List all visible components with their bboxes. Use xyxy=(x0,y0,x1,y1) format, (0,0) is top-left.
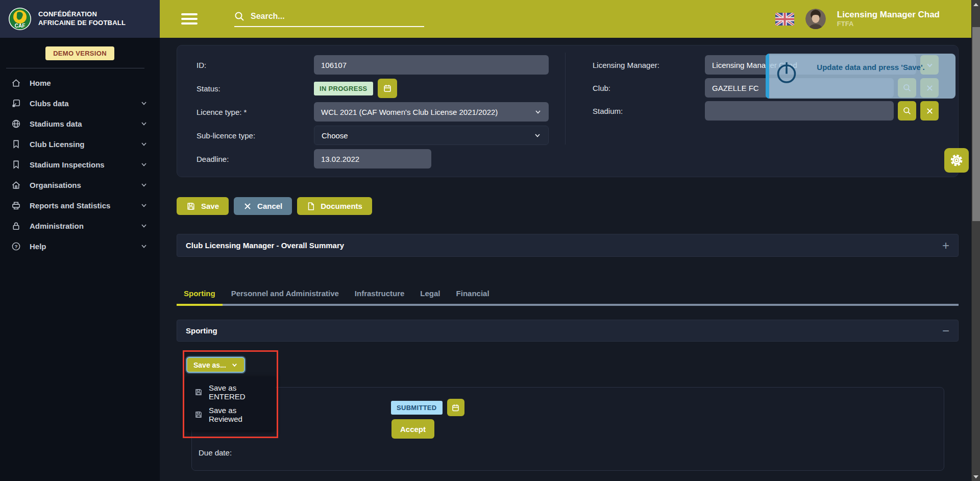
clubs-icon xyxy=(11,98,21,108)
sublicence-type-select[interactable]: Choose xyxy=(314,126,549,145)
documents-button[interactable]: Documents xyxy=(297,197,372,215)
form-actions: Save Cancel Documents xyxy=(177,197,372,215)
id-label: ID: xyxy=(197,61,314,69)
sidebar-divider xyxy=(6,68,144,68)
avatar[interactable] xyxy=(805,9,826,29)
licence-type-label: Licence type: * xyxy=(197,108,314,116)
uk-flag-icon[interactable] xyxy=(775,13,794,26)
bookmark-icon xyxy=(11,139,21,149)
stadium-label: Stadium: xyxy=(593,107,705,115)
org-name: CONFÉDÉRATION AFRICAINE DE FOOTBALL xyxy=(38,10,135,28)
chevron-down-icon[interactable] xyxy=(140,161,148,168)
sidebar-item-administration[interactable]: Administration xyxy=(0,215,160,236)
sidebar-item-label: Help xyxy=(30,242,140,251)
stadium-search-button[interactable] xyxy=(898,101,916,121)
sidebar-item-clubs-data[interactable]: Clubs data xyxy=(0,93,160,113)
licence-type-row: Licence type: * WCL 2021 (CAF Women's Cl… xyxy=(197,102,549,122)
building-icon xyxy=(11,180,21,190)
tab-legal[interactable]: Legal xyxy=(413,289,447,306)
user-org: FTFA xyxy=(837,20,940,28)
app-window: CAF CONFÉDÉRATION AFRICAINE DE FOOTBALL … xyxy=(0,0,980,481)
user-name: Licensing Manager Chad xyxy=(837,10,940,20)
stadium-row: Stadium: xyxy=(593,101,939,121)
sporting-panel-header[interactable]: Sporting − xyxy=(177,320,959,342)
save-button-label: Save xyxy=(201,202,219,210)
menu-item-label: Save as Reviewed xyxy=(209,406,267,423)
user-block[interactable]: Licensing Manager Chad FTFA xyxy=(837,10,940,28)
tab-financial[interactable]: Financial xyxy=(449,289,497,306)
vertical-scrollbar[interactable] xyxy=(971,0,980,481)
accept-button-label: Accept xyxy=(400,425,426,434)
cancel-button-label: Cancel xyxy=(257,202,282,210)
scroll-down-button[interactable] xyxy=(972,472,980,481)
tab-personnel-and-administrative[interactable]: Personnel and Administrative xyxy=(224,289,346,306)
tooltip-text: Update data and press 'Save'. xyxy=(799,63,942,71)
chevron-down-icon[interactable] xyxy=(140,202,148,209)
sidebar-item-organisations[interactable]: Organisations xyxy=(0,175,160,195)
search-box[interactable] xyxy=(234,11,424,27)
sidebar-item-club-licensing[interactable]: Club Licensing xyxy=(0,134,160,154)
id-input[interactable] xyxy=(314,55,549,75)
chevron-down-icon[interactable] xyxy=(140,140,148,148)
chevron-down-icon xyxy=(534,108,542,115)
sidebar-item-stadium-inspections[interactable]: Stadium Inspections xyxy=(0,154,160,175)
save-button[interactable]: Save xyxy=(177,197,229,215)
sidebar-item-stadiums-data[interactable]: Stadiums data xyxy=(0,113,160,134)
home-icon xyxy=(11,78,21,88)
info-icon xyxy=(776,61,797,85)
sidebar-header: CAF CONFÉDÉRATION AFRICAINE DE FOOTBALL xyxy=(0,0,160,38)
sidebar-item-help[interactable]: ?Help xyxy=(0,236,160,256)
sidebar-item-home[interactable]: Home xyxy=(0,73,160,93)
chevron-down-icon xyxy=(231,362,238,368)
save-as-button[interactable]: Save as... xyxy=(186,357,245,373)
collapse-icon[interactable]: − xyxy=(942,325,949,337)
licensing-manager-label: Licensing Manager: xyxy=(593,61,705,69)
topbar-user-area: Licensing Manager Chad FTFA xyxy=(775,9,940,29)
stadium-input[interactable] xyxy=(705,101,894,121)
lock-icon xyxy=(11,221,21,231)
chevron-down-icon[interactable] xyxy=(140,181,148,188)
expand-icon[interactable]: + xyxy=(942,239,949,252)
calendar-icon xyxy=(383,84,392,93)
status-row: Status: IN PROGRESS xyxy=(197,79,549,98)
submitted-badge: SUBMITTED xyxy=(391,401,443,415)
documents-button-label: Documents xyxy=(321,202,362,210)
licence-type-select[interactable]: WCL 2021 (CAF Women's Club License 2021/… xyxy=(314,102,549,122)
calendar-icon xyxy=(451,403,460,412)
sidebar-nav: HomeClubs dataStadiums dataClub Licensin… xyxy=(0,73,160,256)
status-history-button[interactable] xyxy=(378,79,397,98)
sidebar-item-reports-and-statistics[interactable]: Reports and Statistics xyxy=(0,195,160,215)
sidebar-item-label: Reports and Statistics xyxy=(30,201,140,210)
tab-infrastructure[interactable]: Infrastructure xyxy=(348,289,412,306)
stadium-clear-button[interactable] xyxy=(920,101,939,121)
id-row: ID: xyxy=(197,55,549,75)
demo-version-badge: DEMO VERSION xyxy=(45,46,114,60)
hamburger-menu-icon[interactable] xyxy=(181,11,198,27)
criterion-status-row: SUBMITTED xyxy=(391,399,464,416)
criterion-history-button[interactable] xyxy=(447,399,464,416)
sidebar: CAF CONFÉDÉRATION AFRICAINE DE FOOTBALL … xyxy=(0,0,160,481)
chevron-down-icon[interactable] xyxy=(140,243,148,250)
sublicence-type-label: Sub-licence type: xyxy=(197,131,314,140)
tab-sporting[interactable]: Sporting xyxy=(177,289,223,306)
close-icon xyxy=(926,107,934,115)
svg-text:CAF: CAF xyxy=(15,23,26,29)
licence-type-value: WCL 2021 (CAF Women's Club License 2021/… xyxy=(321,108,534,116)
sidebar-item-label: Club Licensing xyxy=(30,140,140,149)
form-left-column: ID: Status: IN PROGRESS Licence type: * … xyxy=(197,55,549,169)
settings-fab-button[interactable] xyxy=(944,148,969,173)
scrollbar-thumb[interactable] xyxy=(972,27,980,221)
overall-summary-panel[interactable]: Club Licensing Manager - Overall Summary… xyxy=(177,234,959,257)
search-input[interactable] xyxy=(251,12,424,21)
accept-button[interactable]: Accept xyxy=(391,419,434,439)
scroll-up-button[interactable] xyxy=(972,0,980,9)
deadline-row: Deadline: xyxy=(197,149,549,169)
sidebar-item-label: Administration xyxy=(30,222,140,230)
chevron-down-icon[interactable] xyxy=(140,100,148,107)
chevron-down-icon[interactable] xyxy=(140,222,148,229)
menu-item-save-as-entered[interactable]: Save as ENTERED xyxy=(186,383,276,401)
deadline-input[interactable] xyxy=(314,149,431,169)
chevron-down-icon[interactable] xyxy=(140,120,148,127)
menu-item-save-as-reviewed[interactable]: Save as Reviewed xyxy=(186,406,276,423)
cancel-button[interactable]: Cancel xyxy=(234,197,292,215)
